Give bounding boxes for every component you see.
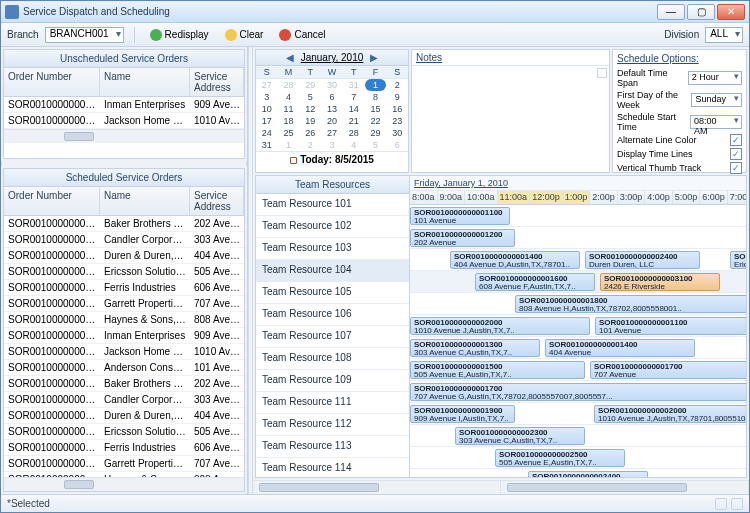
calendar-day[interactable]: 3 <box>321 139 343 151</box>
table-row[interactable]: SOR0010000000002400Duren & Duren, LLC404… <box>4 408 244 424</box>
calendar-day[interactable]: 20 <box>321 115 343 127</box>
calendar-day[interactable]: 8 <box>365 91 387 103</box>
calendar-day[interactable]: 17 <box>256 115 278 127</box>
minimize-button[interactable]: — <box>657 4 685 20</box>
appointment[interactable]: SOR0010000000001800808 Avenue H,Austin,T… <box>515 295 746 313</box>
schedule-row[interactable]: SOR0010000000002400404 Avenue D,Austin,T… <box>410 469 746 477</box>
calendar-day[interactable]: 6 <box>386 139 408 151</box>
appointment[interactable]: SOR0010000000001400404 Avenue D,Austin,T… <box>545 339 695 357</box>
table-row[interactable]: SOR0010000000002600Ferris Industries606 … <box>4 440 244 456</box>
calendar-day[interactable]: 11 <box>278 103 300 115</box>
appointment[interactable]: SOR0010000000001100101 Avenue A,Austin,T… <box>410 207 510 225</box>
column-header[interactable]: Order Number <box>4 68 100 96</box>
appointment[interactable]: SOR0010000000002400Duren Duren, LLC <box>585 251 700 269</box>
calendar-day[interactable]: 31 <box>256 139 278 151</box>
option-checkbox[interactable]: ✓ <box>730 148 742 160</box>
option-checkbox[interactable]: ✓ <box>730 134 742 146</box>
schedule-row[interactable]: SOR0010000000001500505 Avenue E,Austin,T… <box>410 359 746 381</box>
calendar-day[interactable]: 29 <box>365 127 387 139</box>
option-select[interactable]: Sunday <box>691 93 742 107</box>
next-month-button[interactable]: ▶ <box>369 52 379 63</box>
appointment[interactable]: SOR0010000000001300303 Avenue C,Austin,T… <box>410 339 540 357</box>
calendar-today-button[interactable]: Today: 8/5/2015 <box>256 151 408 167</box>
schedule-row[interactable]: SOR0010000000001200202 Avenue B,Austin,T… <box>410 227 746 249</box>
schedule-body[interactable]: SOR0010000000001100101 Avenue A,Austin,T… <box>410 205 746 477</box>
calendar-day[interactable]: 29 <box>299 79 321 91</box>
appointment[interactable]: SOR0010000000000500, 8005559103Ericsson … <box>730 251 746 269</box>
table-row[interactable]: SOR0010000000002900Inman Enterprises909 … <box>4 97 244 113</box>
team-row[interactable]: Team Resource 106 <box>256 304 409 326</box>
calendar-day[interactable]: 21 <box>343 115 365 127</box>
calendar-day[interactable]: 27 <box>256 79 278 91</box>
calendar-day[interactable]: 1 <box>365 79 387 91</box>
calendar-day[interactable]: 4 <box>278 91 300 103</box>
team-row[interactable]: Team Resource 107 <box>256 326 409 348</box>
calendar-day[interactable]: 30 <box>386 127 408 139</box>
team-list[interactable]: Team Resource 101Team Resource 102Team R… <box>256 194 409 477</box>
appointment[interactable]: SOR0010000000001900909 Avenue I,Austin,T… <box>410 405 515 423</box>
table-row[interactable]: SOR0010000000002100Anderson Consulting10… <box>4 360 244 376</box>
calendar-day[interactable]: 12 <box>299 103 321 115</box>
table-row[interactable]: SOR0010000000002700Garrett Properties, I… <box>4 456 244 472</box>
unscheduled-rows[interactable]: SOR0010000000002900Inman Enterprises909 … <box>4 97 244 129</box>
table-row[interactable]: SOR0010000000001600Ferris Industries606 … <box>4 280 244 296</box>
calendar-day[interactable]: 28 <box>278 79 300 91</box>
close-button[interactable]: ✕ <box>717 4 745 20</box>
calendar-day[interactable]: 31 <box>343 79 365 91</box>
calendar-day[interactable]: 15 <box>365 103 387 115</box>
division-select[interactable]: ALL <box>705 27 743 43</box>
team-row[interactable]: Team Resource 108 <box>256 348 409 370</box>
team-row[interactable]: Team Resource 102 <box>256 216 409 238</box>
schedule-row[interactable]: SOR0010000000001400404 Avenue D,Austin,T… <box>410 249 746 271</box>
calendar-day[interactable]: 2 <box>386 79 408 91</box>
calendar-day[interactable]: 13 <box>321 103 343 115</box>
team-row[interactable]: Team Resource 114 <box>256 458 409 477</box>
appointment[interactable]: SOR0010000000001600608 Avenue F,Austin,T… <box>475 273 595 291</box>
calendar-day[interactable]: 16 <box>386 103 408 115</box>
table-row[interactable]: SOR0010000000001800Haynes & Sons, LLC808… <box>4 312 244 328</box>
calendar-day[interactable]: 10 <box>256 103 278 115</box>
branch-select[interactable]: BRANCH001 <box>45 27 124 43</box>
calendar-day[interactable]: 22 <box>365 115 387 127</box>
column-header[interactable]: Order Number <box>4 187 100 215</box>
status-icon-2[interactable] <box>731 498 743 510</box>
table-row[interactable]: SOR0010000000001900Inman Enterprises909 … <box>4 328 244 344</box>
team-row[interactable]: Team Resource 111 <box>256 392 409 414</box>
team-row[interactable]: Team Resource 109 <box>256 370 409 392</box>
table-row[interactable]: SOR0010000000002500Ericsson Solutions, I… <box>4 424 244 440</box>
schedule-row[interactable]: SOR0010000000001800808 Avenue H,Austin,T… <box>410 293 746 315</box>
schedule-row[interactable]: SOR0010000000002500505 Avenue E,Austin,T… <box>410 447 746 469</box>
schedule-row[interactable]: SOR0010000000001600608 Avenue F,Austin,T… <box>410 271 746 293</box>
schedule-row[interactable]: SOR0010000000001100101 Avenue A,Austin,T… <box>410 205 746 227</box>
table-row[interactable]: SOR0010000000001400Duren & Duren, LLC404… <box>4 248 244 264</box>
calendar-day[interactable]: 27 <box>321 127 343 139</box>
calendar-day[interactable]: 3 <box>256 91 278 103</box>
table-row[interactable]: SOR0010000000001700Garrett Properties, I… <box>4 296 244 312</box>
schedule-row[interactable]: SOR0010000000002300303 Avenue C,Austin,T… <box>410 425 746 447</box>
edit-notes-icon[interactable] <box>597 68 607 78</box>
calendar-day[interactable]: 19 <box>299 115 321 127</box>
team-row[interactable]: Team Resource 105 <box>256 282 409 304</box>
calendar-day[interactable]: 26 <box>299 127 321 139</box>
calendar-day[interactable]: 5 <box>365 139 387 151</box>
notes-body[interactable] <box>412 66 609 172</box>
appointment[interactable]: SOR0010000000002500505 Avenue E,Austin,T… <box>495 449 625 467</box>
table-row[interactable]: SOR0010000000001200Baker Brothers Plumbi… <box>4 216 244 232</box>
team-row[interactable]: Team Resource 113 <box>256 436 409 458</box>
calendar-day[interactable]: 2 <box>299 139 321 151</box>
calendar-day[interactable]: 4 <box>343 139 365 151</box>
option-select[interactable]: 2 Hour <box>688 71 742 85</box>
calendar-day[interactable]: 14 <box>343 103 365 115</box>
cancel-button[interactable]: Cancel <box>274 27 330 43</box>
appointment[interactable]: SOR00100000000031002426 E Riverside Dr,A… <box>600 273 720 291</box>
prev-month-button[interactable]: ◀ <box>285 52 295 63</box>
option-checkbox[interactable]: ✓ <box>730 162 742 174</box>
table-row[interactable]: SOR0010000000001500Ericsson Solutions, I… <box>4 264 244 280</box>
appointment[interactable]: SOR00100000000020001010 Avenue J,Austin,… <box>410 317 590 335</box>
column-header[interactable]: Name <box>100 68 190 96</box>
scheduled-hscroll[interactable] <box>4 477 244 491</box>
table-row[interactable]: SOR0010000000002300Candler Corporation30… <box>4 392 244 408</box>
calendar-day[interactable]: 30 <box>321 79 343 91</box>
schedule-row[interactable]: SOR00100000000020001010 Avenue J,Austin,… <box>410 315 746 337</box>
table-row[interactable]: SOR0010000000002000Jackson Home and Gard… <box>4 344 244 360</box>
